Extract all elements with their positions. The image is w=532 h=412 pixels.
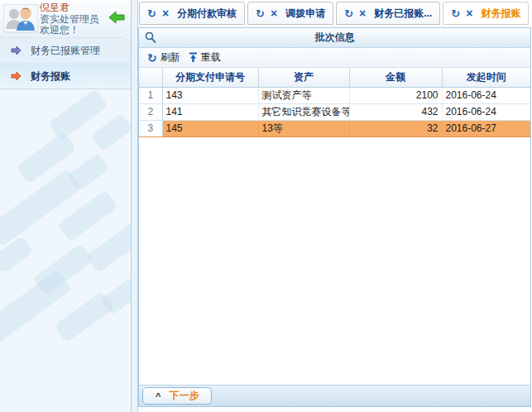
cell-amount[interactable]: 2100 bbox=[349, 87, 442, 103]
column-header-asset[interactable]: 资产 bbox=[258, 68, 349, 87]
cell-request-no[interactable]: 143 bbox=[162, 87, 258, 103]
panel-title: 批次信息 bbox=[315, 31, 355, 45]
tab-label[interactable]: 调拨申请 bbox=[285, 7, 325, 21]
row-index: 3 bbox=[139, 120, 162, 137]
tab-reimbursement-active[interactable]: ↻ × 财务报账 bbox=[443, 2, 529, 25]
tab-close-icon[interactable]: × bbox=[359, 7, 366, 20]
sidebar-splitter[interactable] bbox=[131, 0, 138, 412]
column-header-amount[interactable]: 金额 bbox=[349, 68, 442, 87]
blue-arrow-icon bbox=[11, 46, 22, 55]
tab-reported[interactable]: ↻ × 财务已报账... bbox=[336, 2, 440, 25]
column-header-request-no[interactable]: 分期支付申请号 bbox=[162, 68, 258, 87]
cell-request-no[interactable]: 141 bbox=[162, 103, 258, 120]
refresh-icon: ↻ bbox=[147, 53, 157, 63]
tab-transfer-request[interactable]: ↻ × 调拨申请 bbox=[247, 2, 333, 25]
grid-empty-area bbox=[139, 137, 530, 386]
tab-refresh-icon[interactable]: ↻ bbox=[256, 7, 265, 20]
table-row[interactable]: 1 143 测试资产等 2100 2016-06-24 bbox=[139, 87, 530, 103]
collapse-arrow-icon[interactable] bbox=[108, 11, 125, 26]
cell-asset[interactable]: 测试资产等 bbox=[258, 87, 349, 103]
collapse-caret-icon: ^ bbox=[156, 392, 161, 400]
sidebar-item-label: 财务报账 bbox=[31, 69, 70, 84]
panel-header: 批次信息 bbox=[139, 28, 530, 48]
users-avatar-icon bbox=[3, 4, 38, 34]
column-header-index[interactable] bbox=[139, 68, 162, 87]
user-name: 倪呈君 bbox=[40, 2, 99, 14]
app-window: 倪呈君 资实处管理员 欢迎您！ 财务已报账管理 财务报账 bbox=[0, 0, 532, 412]
user-info: 倪呈君 资实处管理员 欢迎您！ bbox=[40, 2, 99, 36]
tab-close-icon[interactable]: × bbox=[162, 7, 169, 20]
table-header-row: 分期支付申请号 资产 金额 发起时间 bbox=[139, 68, 530, 87]
tab-label[interactable]: 财务报账 bbox=[481, 7, 520, 21]
next-step-button[interactable]: ^ 下一步 bbox=[142, 387, 212, 405]
cell-date[interactable]: 2016-06-24 bbox=[442, 103, 530, 120]
user-role: 资实处管理员 bbox=[40, 14, 99, 26]
cell-amount[interactable]: 432 bbox=[349, 103, 442, 120]
cell-amount[interactable]: 32 bbox=[349, 120, 442, 137]
batch-info-panel: 批次信息 ↻ 刷新 重载 bbox=[138, 27, 531, 407]
tab-close-icon[interactable]: × bbox=[271, 7, 277, 20]
cell-asset[interactable]: 13等 bbox=[258, 120, 349, 137]
reload-label: 重载 bbox=[201, 50, 221, 65]
refresh-label: 刷新 bbox=[161, 50, 180, 65]
refresh-button[interactable]: ↻ 刷新 bbox=[143, 50, 185, 65]
table-row-selected[interactable]: 3 145 13等 32 2016-06-27 bbox=[139, 120, 530, 137]
tab-refresh-icon[interactable]: ↻ bbox=[344, 7, 353, 20]
tab-refresh-icon[interactable]: ↻ bbox=[451, 7, 460, 20]
cell-date[interactable]: 2016-06-27 bbox=[442, 120, 530, 137]
sidebar: 倪呈君 资实处管理员 欢迎您！ 财务已报账管理 财务报账 bbox=[0, 0, 131, 412]
user-welcome: 欢迎您！ bbox=[40, 25, 99, 36]
tab-close-icon[interactable]: × bbox=[466, 7, 472, 20]
sidebar-item-label: 财务已报账管理 bbox=[31, 44, 100, 58]
search-icon[interactable] bbox=[144, 31, 156, 46]
tab-refresh-icon[interactable]: ↻ bbox=[147, 7, 156, 20]
reload-icon bbox=[189, 52, 198, 63]
sidebar-item-reported-management[interactable]: 财务已报账管理 bbox=[0, 38, 131, 64]
row-index: 1 bbox=[139, 87, 162, 103]
user-panel: 倪呈君 资实处管理员 欢迎您！ bbox=[0, 0, 131, 38]
main-area: ↻ × 分期付款审核 ↻ × 调拨申请 ↻ × 财务已报账... ↻ × 财务报… bbox=[138, 0, 532, 412]
row-index: 2 bbox=[139, 103, 162, 120]
grid-toolbar: ↻ 刷新 重载 bbox=[139, 48, 530, 68]
next-step-label: 下一步 bbox=[169, 389, 199, 403]
cell-request-no[interactable]: 145 bbox=[162, 120, 258, 137]
tab-installment-review[interactable]: ↻ × 分期付款审核 bbox=[139, 2, 245, 25]
tab-label[interactable]: 财务已报账... bbox=[374, 7, 432, 21]
column-header-date[interactable]: 发起时间 bbox=[442, 68, 530, 87]
orange-arrow-icon bbox=[11, 71, 22, 81]
table-row[interactable]: 2 141 其它知识竞赛设备等 432 2016-06-24 bbox=[139, 103, 530, 120]
footer-bar: ^ 下一步 bbox=[139, 385, 530, 406]
batch-table: 分期支付申请号 资产 金额 发起时间 1 143 测试资产等 2100 2016… bbox=[139, 68, 530, 137]
tab-strip: ↻ × 分期付款审核 ↻ × 调拨申请 ↻ × 财务已报账... ↻ × 财务报… bbox=[138, 0, 532, 27]
cell-asset[interactable]: 其它知识竞赛设备等 bbox=[258, 103, 349, 120]
reload-button[interactable]: 重载 bbox=[185, 50, 225, 65]
cell-date[interactable]: 2016-06-24 bbox=[442, 87, 530, 103]
sidebar-keyboard-decoration bbox=[0, 89, 131, 412]
sidebar-item-reimbursement[interactable]: 财务报账 bbox=[0, 64, 131, 89]
tab-label[interactable]: 分期付款审核 bbox=[177, 7, 237, 21]
